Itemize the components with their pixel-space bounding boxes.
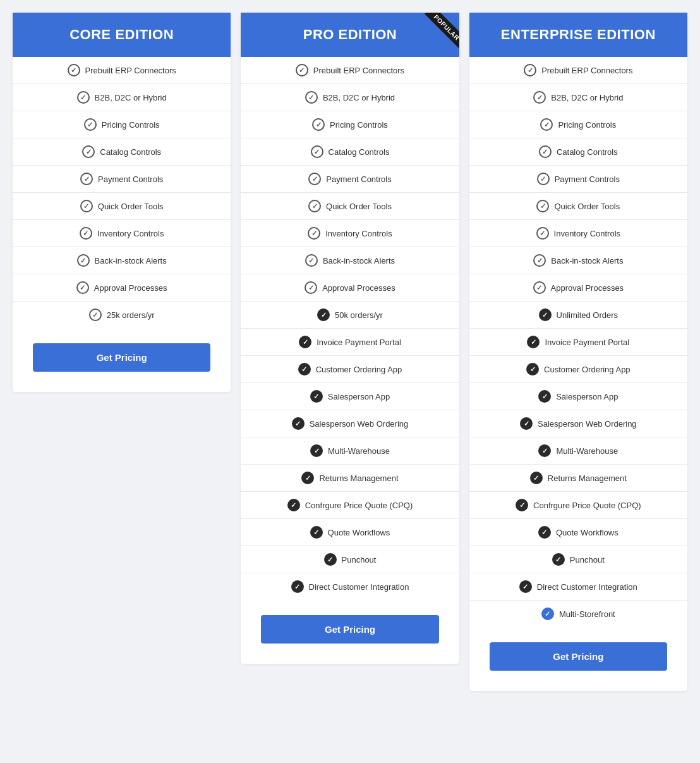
plan-features-core: Prebuilt ERP ConnectorsB2B, D2C or Hybri… [13, 57, 231, 328]
check-outline-icon [537, 173, 550, 185]
feature-item: Quick Order Tools [241, 193, 459, 220]
feature-item: Invoice Payment Portal [469, 329, 687, 356]
feature-item: Approval Processes [13, 274, 231, 302]
feature-label: Multi-Warehouse [556, 446, 618, 456]
check-outline-icon [305, 281, 317, 294]
check-icon [537, 173, 550, 185]
feature-item: Returns Management [469, 465, 687, 492]
popular-badge-label: POPULAR [425, 13, 459, 50]
check-outline-icon [308, 200, 321, 212]
feature-label: Prebuilt ERP Connectors [85, 66, 176, 75]
feature-item: Salesperson App [469, 383, 687, 410]
check-outline-icon [308, 227, 320, 240]
feature-label: Invoice Payment Portal [317, 338, 401, 347]
feature-item: Returns Management [241, 465, 459, 492]
feature-label: 50k orders/yr [335, 310, 383, 320]
feature-item: B2B, D2C or Hybrid [13, 84, 231, 111]
check-filled-icon [538, 390, 551, 403]
plan-card-pro: POPULARPRO EDITIONPrebuilt ERP Connector… [241, 13, 459, 664]
check-outline-icon [533, 91, 546, 104]
feature-label: Quick Order Tools [98, 202, 164, 211]
check-outline-icon [533, 281, 546, 294]
check-filled-icon [310, 526, 323, 539]
feature-label: 25k orders/yr [107, 310, 155, 320]
check-icon [538, 526, 551, 539]
check-filled-icon [516, 499, 528, 511]
check-outline-icon [305, 254, 318, 267]
check-outline-icon [77, 91, 90, 104]
check-outline-icon [77, 254, 90, 267]
check-icon [80, 173, 93, 185]
check-icon [308, 173, 321, 185]
check-icon [311, 145, 323, 158]
plan-header-core: CORE EDITION [13, 13, 231, 57]
check-filled-icon [299, 336, 311, 348]
feature-label: Quote Workflows [328, 528, 390, 537]
feature-item: Inventory Controls [13, 220, 231, 247]
feature-label: Payment Controls [326, 174, 391, 184]
check-icon [305, 91, 318, 104]
check-outline-icon [82, 145, 95, 158]
plan-header-enterprise: ENTERPRISE EDITION [469, 13, 687, 57]
check-icon [536, 227, 549, 240]
feature-item: Unlimited Orders [469, 302, 687, 329]
get-pricing-button-enterprise[interactable]: Get Pricing [490, 642, 667, 671]
feature-label: Customer Ordering App [544, 365, 631, 374]
check-icon [301, 472, 314, 484]
feature-label: Quick Order Tools [326, 202, 392, 211]
check-icon [526, 363, 539, 375]
check-icon [76, 281, 89, 294]
get-pricing-button-core[interactable]: Get Pricing [33, 343, 210, 372]
feature-label: Prebuilt ERP Connectors [541, 66, 632, 75]
feature-label: Quick Order Tools [554, 202, 620, 211]
check-filled-icon [317, 308, 330, 321]
check-icon [296, 64, 308, 76]
feature-label: Back-in-stock Alerts [95, 256, 167, 266]
check-icon [312, 118, 325, 131]
check-outline-icon [68, 64, 80, 76]
check-icon [527, 336, 540, 348]
feature-label: Back-in-stock Alerts [551, 256, 623, 266]
feature-item: 50k orders/yr [241, 302, 459, 329]
feature-item: Direct Customer Integration [469, 573, 687, 601]
feature-label: Inventory Controls [325, 229, 392, 238]
check-icon [305, 254, 318, 267]
feature-item: Quick Order Tools [469, 193, 687, 220]
check-filled-icon [287, 499, 300, 511]
feature-item: 25k orders/yr [13, 302, 231, 328]
check-icon [308, 227, 320, 240]
feature-item: Multi-Storefront [469, 601, 687, 627]
check-filled-icon [530, 472, 543, 484]
feature-item: Quick Order Tools [13, 193, 231, 220]
feature-item: Punchout [469, 546, 687, 573]
feature-label: B2B, D2C or Hybrid [551, 93, 623, 102]
check-icon [530, 472, 543, 484]
feature-label: Payment Controls [98, 174, 163, 184]
feature-item: Catalog Controls [241, 138, 459, 166]
feature-label: Inventory Controls [97, 229, 164, 238]
feature-item: Quote Workflows [469, 519, 687, 546]
feature-label: Inventory Controls [554, 229, 621, 238]
feature-label: Salesperson Web Ordering [538, 419, 637, 429]
check-filled-icon [324, 553, 337, 566]
check-icon [299, 336, 311, 348]
feature-item: Inventory Controls [241, 220, 459, 247]
check-icon [80, 200, 93, 212]
check-filled-icon [526, 363, 539, 375]
check-icon [539, 145, 552, 158]
feature-label: Pricing Controls [330, 120, 388, 130]
feature-item: Direct Customer Integration [241, 573, 459, 600]
check-icon [324, 553, 337, 566]
check-blue-icon [541, 607, 554, 620]
check-icon [80, 227, 92, 240]
get-pricing-button-pro[interactable]: Get Pricing [261, 615, 438, 644]
check-outline-icon [76, 281, 89, 294]
check-outline-icon [296, 64, 308, 76]
check-icon [308, 200, 321, 212]
feature-item: Confrgure Price Quote (CPQ) [241, 492, 459, 519]
feature-label: Returns Management [319, 473, 398, 483]
feature-label: Catalog Controls [329, 147, 390, 157]
feature-item: B2B, D2C or Hybrid [241, 84, 459, 111]
plan-card-enterprise: ENTERPRISE EDITIONPrebuilt ERP Connector… [469, 13, 687, 691]
feature-item: Inventory Controls [469, 220, 687, 247]
